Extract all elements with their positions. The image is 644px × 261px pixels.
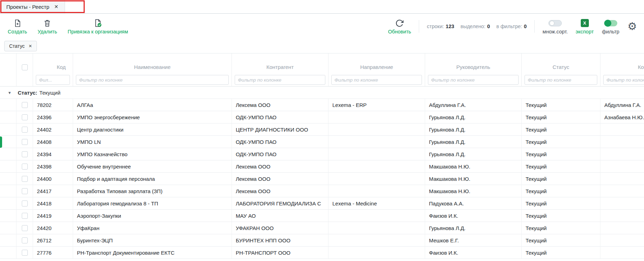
column-filter-team[interactable] xyxy=(603,75,644,85)
tab-projects-registry[interactable]: Проекты - Реестр ✕ xyxy=(0,0,65,13)
filter-chip-label: Статус xyxy=(9,43,25,49)
cell-manager: Фаизов И.К. xyxy=(425,247,522,259)
multisort-toggle[interactable] xyxy=(548,20,562,26)
table-row[interactable]: 24420 УфаКран УФАКРАН ООО Гурьянова Л.Д.… xyxy=(0,222,644,234)
column-header-team[interactable]: Команда xyxy=(600,53,644,73)
column-filter-counterparty[interactable] xyxy=(235,75,325,85)
row-checkbox[interactable] xyxy=(22,127,28,133)
cell-direction: Lexema - ERP xyxy=(328,99,425,111)
column-filter-manager[interactable] xyxy=(428,75,519,85)
table-row[interactable]: 26712 Буринтех-ЭЦП БУРИНТЕХ НПП ООО Мешк… xyxy=(0,234,644,247)
row-checkbox[interactable] xyxy=(22,114,28,120)
cell-direction xyxy=(328,160,425,173)
row-checkbox[interactable] xyxy=(22,213,28,219)
row-checkbox[interactable] xyxy=(22,164,28,170)
cell-code: 24418 xyxy=(33,197,73,210)
toggle-knob xyxy=(604,20,611,27)
multisort-toggle-group: множ.сорт. xyxy=(542,18,568,34)
group-row-status-current[interactable]: ▾ Статус: Текущий xyxy=(0,87,644,99)
column-filter-code[interactable] xyxy=(36,75,70,85)
link-organizations-button[interactable]: Привязка к организациям xyxy=(67,18,128,34)
table-row[interactable]: 24417 Разработка Типовая зарплата (ЗП) Л… xyxy=(0,185,644,197)
row-checkbox-cell xyxy=(17,99,33,111)
row-checkbox[interactable] xyxy=(22,250,28,256)
select-all-checkbox[interactable] xyxy=(22,64,28,70)
table-row[interactable]: 78202 АЛГАа Лексема ООО Lexema - ERP Абд… xyxy=(0,99,644,111)
chip-close-icon[interactable]: ✕ xyxy=(28,44,32,49)
row-expand-cell xyxy=(0,173,17,185)
row-checkbox-cell xyxy=(17,160,33,173)
delete-button[interactable]: Удалить xyxy=(38,18,57,34)
table-row[interactable]: 24408 УМПО LN ОДК-УМПО ПАО Гурьянова Л.Д… xyxy=(0,136,644,148)
stat-rows: строки: 123 xyxy=(427,24,454,29)
refresh-button[interactable]: Обновить xyxy=(388,18,411,34)
cell-code: 24398 xyxy=(33,160,73,173)
row-expand-cell xyxy=(0,210,17,222)
multisort-label: множ.сорт. xyxy=(542,29,568,34)
cell-team xyxy=(600,136,644,148)
cell-counterparty: Лексема ООО xyxy=(232,99,328,111)
table-row[interactable]: 27776 РН-Транспорт Документирование ЕКТС… xyxy=(0,247,644,259)
cell-name: УМПО энергосбережение xyxy=(73,111,232,123)
row-checkbox-cell xyxy=(17,197,33,210)
table-row[interactable]: 24394 УМПО Казначейство ОДК-УМПО ПАО Гур… xyxy=(0,148,644,160)
cell-direction xyxy=(328,123,425,136)
group-label: Статус: xyxy=(18,90,38,96)
row-checkbox-cell xyxy=(17,234,33,247)
grid-header-row: Код Наименование Контрагент Направление … xyxy=(0,53,644,73)
toggle-knob xyxy=(549,21,554,26)
row-checkbox[interactable] xyxy=(22,225,28,231)
column-filter-name[interactable] xyxy=(76,75,229,85)
column-header-counterparty[interactable]: Контрагент xyxy=(232,53,328,73)
cell-team xyxy=(600,173,644,185)
cell-name: Подбор и адаптация персонала xyxy=(73,173,232,185)
column-header-direction[interactable]: Направление xyxy=(328,53,425,73)
filter-toggle[interactable] xyxy=(604,20,617,26)
table-row[interactable]: 24400 Подбор и адаптация персонала Лексе… xyxy=(0,173,644,185)
table-row[interactable]: 24402 Центр диагностики ЦЕНТР ДИАГНОСТИК… xyxy=(0,123,644,136)
header-checkbox-cell xyxy=(17,53,33,73)
cell-team xyxy=(600,197,644,210)
cell-team xyxy=(600,247,644,259)
row-checkbox[interactable] xyxy=(22,237,28,243)
cell-name: Центр диагностики xyxy=(73,123,232,136)
row-checkbox[interactable] xyxy=(22,188,28,194)
cell-counterparty: УФАКРАН ООО xyxy=(232,222,328,234)
cell-status: Текущий xyxy=(522,185,600,197)
column-filter-direction[interactable] xyxy=(331,75,422,85)
table-row[interactable]: 24396 УМПО энергосбережение ОДК-УМПО ПАО… xyxy=(0,111,644,123)
cell-status: Текущий xyxy=(522,111,600,123)
cell-direction: Lexema - Medicine xyxy=(328,197,425,210)
row-checkbox[interactable] xyxy=(22,139,28,145)
column-header-code[interactable]: Код xyxy=(33,53,73,73)
column-header-manager[interactable]: Руководитель xyxy=(425,53,522,73)
column-filter-status[interactable] xyxy=(525,75,597,85)
cell-counterparty: ЦЕНТР ДИАГНОСТИКИ ООО xyxy=(232,123,328,136)
export-button[interactable]: X экспорт xyxy=(575,18,594,34)
row-checkbox-cell xyxy=(17,136,33,148)
cell-code: 78202 xyxy=(33,99,73,111)
cell-team xyxy=(600,222,644,234)
tab-close-icon[interactable]: ✕ xyxy=(54,4,58,9)
cell-manager: Макшакова Н.Ю. xyxy=(425,160,522,173)
filter-chip-status[interactable]: Статус ✕ xyxy=(4,41,37,51)
row-checkbox[interactable] xyxy=(22,200,28,206)
stat-selected: выделено: 0 xyxy=(461,24,490,29)
row-checkbox[interactable] xyxy=(22,151,28,157)
cell-name: УМПО LN xyxy=(73,136,232,148)
row-checkbox[interactable] xyxy=(22,102,28,108)
excel-export-icon: X xyxy=(581,19,589,27)
collapse-caret-icon[interactable]: ▾ xyxy=(8,90,11,95)
table-row[interactable]: 24419 Аэропорт-Закупки МАУ АО Фаизов И.К… xyxy=(0,210,644,222)
column-header-name[interactable]: Наименование xyxy=(73,53,232,73)
table-row[interactable]: 24418 Лаборатория гемодиализа 8 - ТП ЛАБ… xyxy=(0,197,644,210)
row-checkbox[interactable] xyxy=(22,176,28,182)
create-button[interactable]: Создать xyxy=(8,18,27,34)
column-header-status[interactable]: Статус xyxy=(522,53,600,73)
cell-manager: Фаизов И.К. xyxy=(425,210,522,222)
table-row[interactable]: 24398 Обучение внутреннее Лексема ООО Ма… xyxy=(0,160,644,173)
settings-gear-icon[interactable]: ⚙ xyxy=(627,21,637,32)
cell-team xyxy=(600,148,644,160)
cell-manager: Абдуллина Г.А. xyxy=(425,99,522,111)
row-checkbox-cell xyxy=(17,210,33,222)
